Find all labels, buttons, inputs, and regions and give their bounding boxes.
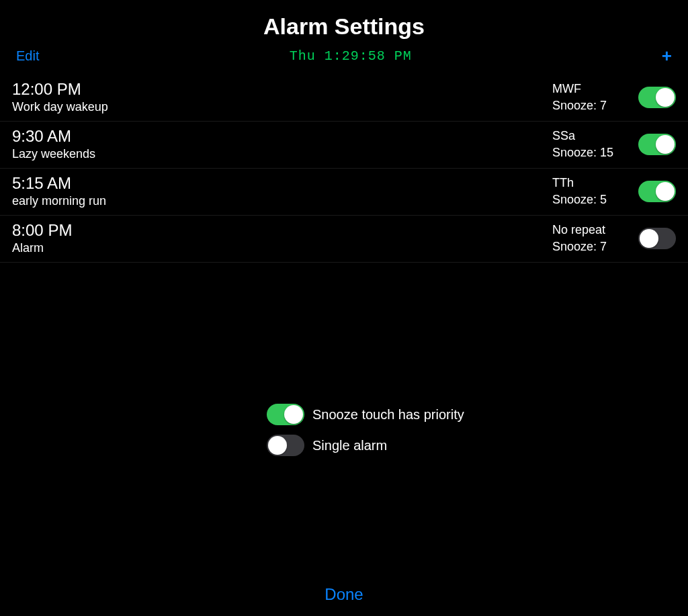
- alarm-toggle[interactable]: [638, 228, 676, 249]
- option-single-alarm: Single alarm: [267, 435, 482, 456]
- option-snooze-priority: Snooze touch has priority: [267, 404, 482, 425]
- alarm-label: early morning run: [12, 194, 552, 208]
- alarm-snooze: Snooze: 5: [552, 193, 626, 207]
- alarm-repeat: MWF: [552, 82, 626, 96]
- footer: Done: [0, 585, 688, 604]
- alarm-snooze: Snooze: 7: [552, 99, 626, 113]
- alarm-time: 9:30 AM: [12, 127, 552, 146]
- alarm-meta: TThSnooze: 5: [552, 176, 626, 207]
- alarm-snooze: Snooze: 15: [552, 146, 626, 160]
- snooze-priority-toggle[interactable]: [267, 404, 304, 425]
- single-alarm-label: Single alarm: [312, 438, 387, 453]
- single-alarm-toggle[interactable]: [267, 435, 304, 456]
- alarm-time: 12:00 PM: [12, 80, 552, 99]
- toolbar: Edit Thu 1:29:58 PM +: [0, 44, 688, 75]
- alarm-info: 9:30 AMLazy weekends: [12, 127, 552, 161]
- snooze-priority-label: Snooze touch has priority: [312, 407, 464, 423]
- plus-icon: +: [662, 46, 672, 66]
- alarm-label: Lazy weekends: [12, 147, 552, 161]
- add-alarm-button[interactable]: +: [662, 47, 672, 64]
- alarm-row[interactable]: 12:00 PMWork day wakeupMWFSnooze: 7: [0, 75, 688, 122]
- alarm-snooze: Snooze: 7: [552, 240, 626, 254]
- alarm-repeat: SSa: [552, 129, 626, 143]
- alarm-meta: SSaSnooze: 15: [552, 129, 626, 160]
- global-options: Snooze touch has priority Single alarm: [0, 404, 688, 456]
- alarm-time: 8:00 PM: [12, 221, 552, 240]
- alarm-list: 12:00 PMWork day wakeupMWFSnooze: 79:30 …: [0, 75, 688, 263]
- alarm-meta: No repeatSnooze: 7: [552, 223, 626, 254]
- alarm-meta: MWFSnooze: 7: [552, 82, 626, 113]
- alarm-toggle[interactable]: [638, 134, 676, 155]
- alarm-label: Work day wakeup: [12, 100, 552, 114]
- alarm-info: 8:00 PMAlarm: [12, 221, 552, 255]
- alarm-info: 5:15 AMearly morning run: [12, 174, 552, 208]
- edit-button[interactable]: Edit: [16, 48, 39, 64]
- done-button[interactable]: Done: [325, 585, 363, 604]
- alarm-time: 5:15 AM: [12, 174, 552, 193]
- alarm-row[interactable]: 9:30 AMLazy weekendsSSaSnooze: 15: [0, 122, 688, 169]
- alarm-row[interactable]: 5:15 AMearly morning runTThSnooze: 5: [0, 169, 688, 216]
- alarm-repeat: No repeat: [552, 223, 626, 237]
- alarm-label: Alarm: [12, 241, 552, 255]
- alarm-repeat: TTh: [552, 176, 626, 190]
- page-title: Alarm Settings: [0, 0, 688, 44]
- clock-display: Thu 1:29:58 PM: [290, 48, 412, 64]
- alarm-toggle[interactable]: [638, 87, 676, 108]
- alarm-row[interactable]: 8:00 PMAlarmNo repeatSnooze: 7: [0, 216, 688, 263]
- alarm-info: 12:00 PMWork day wakeup: [12, 80, 552, 114]
- alarm-toggle[interactable]: [638, 181, 676, 202]
